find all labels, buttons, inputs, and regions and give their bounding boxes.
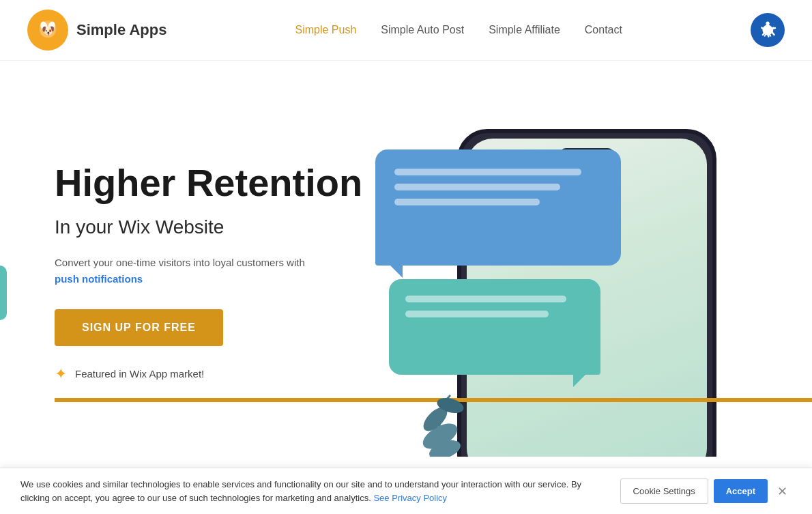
- nav-contact[interactable]: Contact: [585, 24, 622, 36]
- hero-content: Higher Retention In your Wix Website Con…: [55, 162, 396, 383]
- logo-icon: 🐶: [27, 10, 68, 51]
- hero-description-bold: push notifications: [55, 273, 143, 285]
- chat-bubble-teal-lines: [389, 279, 600, 375]
- svg-point-6: [766, 22, 770, 25]
- hero-subtitle: In your Wix Website: [55, 216, 396, 238]
- wix-star-icon: ✦: [55, 365, 67, 383]
- privacy-policy-link[interactable]: See Privacy Policy: [373, 493, 447, 503]
- svg-text:🐶: 🐶: [42, 24, 55, 37]
- bubble-line-1: [394, 169, 581, 175]
- cookie-accept-button[interactable]: Accept: [714, 479, 768, 503]
- main-nav: Simple Push Simple Auto Post Simple Affi…: [295, 24, 622, 36]
- cookie-banner: We use cookies and similar technologies …: [0, 468, 812, 514]
- header: 🐶 Simple Apps Simple Push Simple Auto Po…: [0, 0, 812, 61]
- hero-description: Convert your one-time visitors into loya…: [55, 255, 307, 287]
- logo-area[interactable]: 🐶 Simple Apps: [27, 10, 166, 51]
- hero-description-plain: Convert your one-time visitors into loya…: [55, 257, 305, 268]
- leaf-decoration: [403, 382, 491, 457]
- bubble-line-3: [394, 199, 540, 205]
- nav-auto-post[interactable]: Simple Auto Post: [381, 24, 464, 36]
- bubble-line-2: [394, 184, 560, 190]
- logo-text: Simple Apps: [76, 21, 166, 39]
- cookie-close-button[interactable]: ✕: [773, 481, 792, 502]
- teal-bubble-line-1: [405, 296, 566, 302]
- featured-text: Featured in Wix App market!: [75, 368, 204, 380]
- phone-illustration: [389, 115, 812, 457]
- left-decoration: [0, 266, 7, 320]
- featured-area: ✦ Featured in Wix App market!: [55, 365, 396, 383]
- nav-simple-push[interactable]: Simple Push: [295, 24, 356, 36]
- hero-title: Higher Retention: [55, 162, 396, 204]
- chat-bubble-blue-lines: [375, 149, 621, 266]
- nav-affiliate[interactable]: Simple Affiliate: [489, 24, 560, 36]
- cookie-settings-button[interactable]: Cookie Settings: [620, 479, 708, 504]
- cookie-text: We use cookies and similar technologies …: [20, 478, 607, 504]
- cookie-actions: Cookie Settings Accept ✕: [620, 479, 792, 504]
- teal-bubble-line-2: [405, 311, 549, 317]
- accessibility-button[interactable]: [751, 13, 785, 47]
- hero-section: Higher Retention In your Wix Website Con…: [0, 61, 812, 457]
- signup-button[interactable]: SIGN UP FOR FREE: [55, 309, 223, 346]
